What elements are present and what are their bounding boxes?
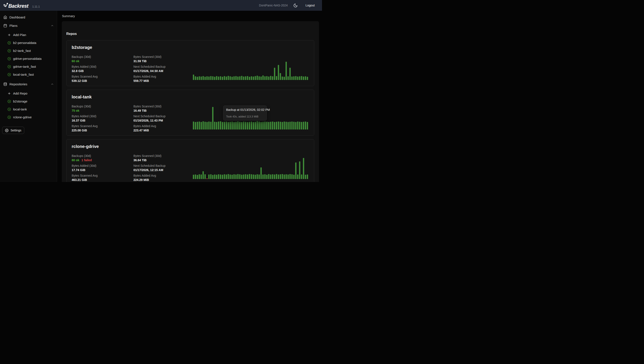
backup-bar[interactable]: [226, 122, 227, 130]
backup-bar[interactable]: [260, 76, 262, 80]
backup-bar[interactable]: [247, 122, 248, 130]
backup-bar[interactable]: [264, 122, 266, 130]
backup-bar[interactable]: [204, 77, 206, 80]
chevron-up-icon[interactable]: [51, 82, 54, 86]
backup-bar[interactable]: [235, 122, 237, 130]
backup-bar[interactable]: [247, 76, 248, 80]
backup-bar[interactable]: [270, 122, 271, 130]
backup-bar[interactable]: [237, 121, 239, 130]
backup-bar[interactable]: [282, 76, 283, 80]
backup-bar[interactable]: [210, 122, 212, 130]
backup-bar[interactable]: [212, 107, 213, 130]
backup-bar[interactable]: [208, 122, 210, 130]
sidebar-item-gdrive-personaldata[interactable]: gdrive-personaldata: [0, 55, 57, 62]
backup-bar[interactable]: [303, 76, 304, 80]
backup-bar[interactable]: [272, 76, 273, 80]
backup-bar[interactable]: [208, 76, 210, 80]
backup-bar[interactable]: [237, 174, 239, 179]
backup-bar[interactable]: [276, 122, 277, 130]
backup-bar[interactable]: [305, 122, 306, 130]
backup-bar[interactable]: [282, 174, 283, 179]
backup-bar[interactable]: [301, 76, 302, 80]
backup-bar[interactable]: [214, 122, 215, 130]
backup-bar[interactable]: [293, 76, 295, 80]
backup-bar[interactable]: [232, 77, 233, 80]
backup-bar[interactable]: [262, 76, 264, 80]
backup-bar[interactable]: [220, 121, 221, 130]
backup-bar[interactable]: [293, 175, 295, 179]
backup-bar[interactable]: [206, 76, 208, 80]
backup-bar[interactable]: [280, 122, 281, 130]
backup-bar[interactable]: [295, 122, 296, 130]
backup-bar[interactable]: [289, 68, 291, 80]
backup-bar[interactable]: [255, 175, 256, 179]
backup-bar[interactable]: [284, 174, 285, 179]
logout-button[interactable]: Logout: [303, 2, 317, 8]
backup-bar[interactable]: [243, 174, 244, 179]
backup-bar[interactable]: [287, 174, 289, 179]
backup-bar[interactable]: [274, 174, 275, 179]
backup-bar[interactable]: [199, 174, 200, 179]
backup-bar[interactable]: [274, 68, 275, 80]
backrest-logo[interactable]: Backrest 1.11.1: [3, 2, 40, 9]
backup-bar[interactable]: [216, 122, 217, 130]
backup-bar[interactable]: [247, 174, 248, 179]
backup-bar[interactable]: [226, 76, 227, 80]
backup-bar[interactable]: [264, 76, 266, 80]
backup-bar[interactable]: [239, 122, 241, 130]
backup-bar[interactable]: [253, 174, 254, 179]
backup-bar[interactable]: [233, 122, 235, 130]
backup-bar[interactable]: [260, 168, 262, 179]
backup-bar[interactable]: [230, 122, 231, 130]
sidebar-item-add-plan[interactable]: Add Plan: [0, 31, 57, 39]
backup-bar[interactable]: [204, 122, 206, 130]
backup-bar[interactable]: [228, 122, 229, 130]
backup-bar[interactable]: [222, 175, 223, 179]
backup-bar[interactable]: [259, 122, 260, 130]
backup-bar[interactable]: [195, 122, 196, 130]
backup-bar[interactable]: [262, 174, 264, 179]
backup-bar[interactable]: [274, 122, 275, 130]
backup-bar[interactable]: [224, 174, 225, 179]
backup-bar[interactable]: [289, 174, 291, 179]
backup-bar[interactable]: [284, 122, 285, 130]
failed-backup-bar[interactable]: [206, 178, 208, 179]
backup-bar[interactable]: [241, 175, 242, 179]
backup-bar[interactable]: [197, 77, 198, 80]
backup-bar[interactable]: [257, 76, 258, 80]
backup-bar[interactable]: [216, 175, 217, 179]
backup-bar[interactable]: [249, 77, 250, 80]
backup-bar[interactable]: [230, 174, 231, 179]
backup-bar[interactable]: [224, 122, 225, 130]
backup-bar[interactable]: [193, 74, 194, 80]
backup-bar[interactable]: [245, 122, 246, 130]
backup-bar[interactable]: [307, 77, 308, 80]
backup-bar[interactable]: [218, 174, 219, 179]
backup-bar[interactable]: [276, 174, 277, 179]
backup-bar[interactable]: [257, 121, 258, 130]
backup-bar[interactable]: [199, 76, 200, 80]
sidebar-item-dashboard[interactable]: Dashboard: [0, 13, 57, 21]
backup-bar[interactable]: [286, 62, 287, 80]
backup-bar[interactable]: [249, 122, 250, 130]
backup-bar[interactable]: [197, 175, 198, 179]
backup-bar[interactable]: [201, 76, 202, 80]
backup-bar[interactable]: [260, 122, 262, 130]
backup-bar[interactable]: [193, 175, 194, 179]
backup-bar[interactable]: [193, 122, 194, 130]
backup-bar[interactable]: [253, 122, 254, 130]
backup-bar[interactable]: [245, 76, 246, 80]
backup-bar[interactable]: [289, 122, 291, 130]
backup-bar[interactable]: [243, 122, 244, 130]
backup-bar[interactable]: [214, 77, 215, 80]
sidebar-item-add-repo[interactable]: Add Repo: [0, 90, 57, 97]
backup-bar[interactable]: [268, 76, 269, 80]
backup-bar[interactable]: [201, 174, 202, 179]
backup-bar[interactable]: [220, 174, 221, 179]
backup-bar[interactable]: [297, 174, 298, 179]
backup-bar[interactable]: [280, 73, 281, 80]
backup-bar[interactable]: [199, 122, 200, 130]
backup-bar[interactable]: [203, 121, 204, 130]
backup-bar[interactable]: [203, 76, 204, 80]
backup-bar[interactable]: [303, 158, 304, 179]
